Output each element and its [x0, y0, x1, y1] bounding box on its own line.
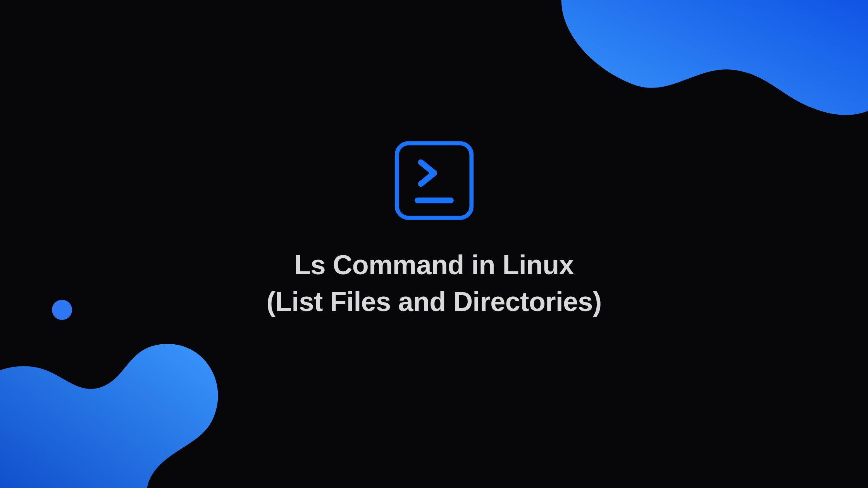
decorative-blob-bottom-left: [0, 287, 260, 488]
hero-title-line1: Ls Command in Linux: [294, 250, 574, 280]
hero-title: Ls Command in Linux (List Files and Dire…: [266, 247, 601, 320]
hero-content: Ls Command in Linux (List Files and Dire…: [266, 139, 601, 320]
hero-title-line2: (List Files and Directories): [266, 287, 601, 317]
terminal-icon: [393, 139, 475, 222]
svg-point-0: [52, 300, 72, 320]
hero-icon: [393, 139, 475, 222]
svg-rect-2: [397, 143, 472, 218]
